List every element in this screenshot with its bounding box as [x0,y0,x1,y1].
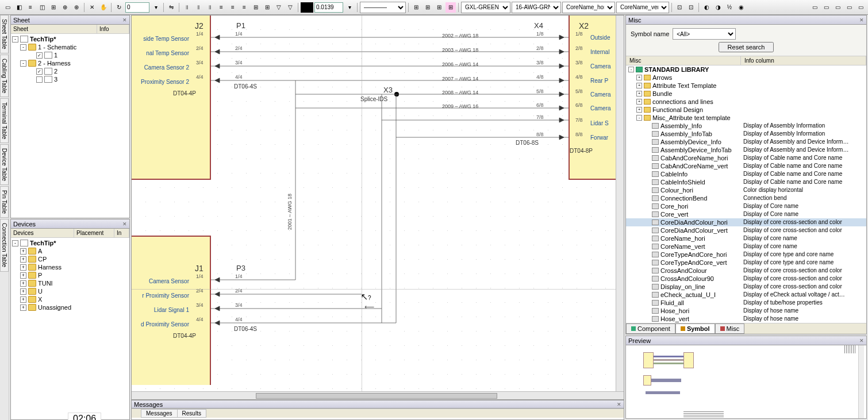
misc-row[interactable]: +Arrows [626,74,866,82]
toolbar-icon[interactable]: ◧ [14,2,24,13]
scrollbar-thumb[interactable] [256,393,497,399]
wiretype-combo[interactable]: GXL-GREEN [461,2,510,13]
tab-component[interactable]: Component [626,323,675,334]
attr-h-combo[interactable]: CoreName_hori [562,2,615,13]
misc-row[interactable]: ConnectionBendConnection bend [626,194,866,202]
expand-icon[interactable]: + [20,248,26,255]
distribute-icon[interactable]: ⊞ [251,2,261,13]
misc-row[interactable]: Hose_vertDisplay of hose name [626,315,866,323]
rail-tab[interactable]: Sheet Table [0,15,9,53]
toolbar-icon[interactable]: ◑ [713,2,723,13]
horizontal-scrollbar[interactable] [132,391,624,399]
tree-item[interactable]: -1 - Schematic [20,43,128,51]
checkbox[interactable]: ✓ [36,52,43,59]
tree-item[interactable]: +U [20,287,128,295]
tab-symbol[interactable]: Symbol [675,323,715,334]
misc-row[interactable]: Display_on_lineDisplay of core cross-sec… [626,283,866,291]
tab-misc[interactable]: Misc [715,323,745,334]
expand-icon[interactable]: + [20,272,26,279]
misc-row[interactable]: Core_horiDisplay of Core name [626,202,866,210]
col-header[interactable]: Sheet [11,25,97,33]
toolbar-icon[interactable]: ≡ [25,2,36,13]
misc-row[interactable]: Assembly_InfoTabDisplay of Assembly Info… [626,130,866,138]
misc-row[interactable]: -STANDARD LIBRARY [626,65,866,74]
close-icon[interactable]: ✕ [122,221,127,227]
close-icon[interactable]: ✕ [122,17,127,23]
expand-icon[interactable]: + [20,280,26,287]
tree-item[interactable]: +TUNI [20,279,128,287]
misc-row[interactable]: Core_vertDisplay of Core name [626,210,866,218]
tree-item[interactable]: +CP [20,255,128,263]
col-header[interactable]: Info column [741,56,866,65]
close-icon[interactable]: ✕ [859,17,864,23]
toolbar-icon[interactable]: ⊞ [48,2,59,13]
expand-icon[interactable]: - [12,240,18,246]
toolbar-icon[interactable]: ✋ [98,2,109,13]
misc-row[interactable]: CoreDiaAndColour_vertDisplay of core cro… [626,226,866,234]
rail-tab[interactable]: Cabling Table [0,55,9,97]
expand-icon[interactable]: + [20,264,26,271]
rail-tab[interactable]: Terminal Table [0,98,9,143]
toolbar-icon[interactable]: ▭ [809,2,820,13]
misc-row[interactable]: CabAndCoreName_vertDisplay of Cable name… [626,162,866,170]
distribute-icon[interactable]: ⊞ [262,2,272,13]
linestyle-combo[interactable]: ———— [360,2,406,13]
toolbar-icon[interactable]: ▭ [832,2,843,13]
expand-icon[interactable]: + [636,83,642,88]
misc-row[interactable]: -Misc_Attribute text template [626,114,866,122]
misc-row[interactable]: +Functional Design [626,106,866,114]
expand-icon[interactable]: + [636,91,642,97]
rail-tab[interactable]: Pin Table [0,186,9,218]
misc-row[interactable]: eCheck_actual_U_IDisplay of eCheck actua… [626,291,866,299]
close-icon[interactable]: ✕ [859,338,864,344]
expand-icon[interactable]: - [20,60,26,67]
toolbar-icon[interactable]: ✕ [87,2,97,13]
checkbox[interactable] [36,76,43,83]
gauge-combo[interactable]: 16-AWG-GRN [512,2,561,13]
misc-row[interactable]: CableInfoShieldDisplay of Cable name and… [626,178,866,186]
misc-row[interactable]: CableInfoDisplay of Cable name and Core … [626,170,866,178]
rail-tab[interactable]: Connection Table [0,219,9,271]
misc-list[interactable]: -STANDARD LIBRARY+Arrows+Attribute Text … [626,65,866,323]
schematic-canvas[interactable]: J2 side Temp Sensor nal Temp Sensor Came… [131,15,624,400]
col-header[interactable]: Misc [626,56,741,65]
align-icon[interactable]: ⫴ [205,2,215,13]
toolbar-icon[interactable]: ⊞ [423,2,433,13]
col-header[interactable]: Info [97,25,129,33]
misc-row[interactable]: CrossAndColourDisplay of core cross-sect… [626,267,866,275]
tree-item[interactable]: +Unassigned [20,303,128,311]
tree-item[interactable]: ✓2 [28,67,128,75]
filter-icon[interactable]: ▽ [285,2,295,13]
misc-row[interactable]: Fluid_allDisplay of tube/hose properties [626,299,866,307]
misc-row[interactable]: +Bundle [626,90,866,98]
toolbar-icon[interactable]: ◉ [736,2,746,13]
expand-icon[interactable]: + [636,75,642,80]
toolbar-icon-active[interactable]: ⊞ [445,2,456,13]
toolbar-icon[interactable]: ⊕ [60,2,70,13]
dropdown-icon[interactable]: ▾ [344,2,355,13]
toolbar-icon[interactable]: ⊡ [686,2,696,13]
misc-row[interactable]: CoreName_horiDisplay of core name [626,234,866,242]
expand-icon[interactable]: - [12,36,18,43]
expand-icon[interactable]: + [20,256,26,263]
toolbar-icon[interactable]: ⊞ [411,2,421,13]
vertical-scrollbar[interactable] [616,16,624,391]
misc-row[interactable]: CoreTypeAndCore_vertDisplay of core type… [626,259,866,267]
misc-row[interactable]: AssemblyDevice_InfoDisplay of Assembly a… [626,138,866,146]
misc-row[interactable]: CrossAndColour90Display of core cross-se… [626,275,866,283]
toolbar-icon[interactable]: ½ [724,2,735,13]
toolbar-icon[interactable]: ⊡ [674,2,685,13]
misc-row[interactable]: Assembly_InfoDisplay of Assembly Informa… [626,122,866,130]
tree-item[interactable]: +Harness [20,263,128,271]
expand-icon[interactable]: - [20,44,26,51]
tree-item[interactable]: +P [20,271,128,279]
toolbar-icon[interactable]: ◫ [37,2,47,13]
align-icon[interactable]: ≡ [239,2,249,13]
tree-item[interactable]: ✓1 [28,51,128,59]
tree-item[interactable]: -TechTip* [12,239,128,247]
misc-row[interactable]: CoreDiaAndColour_horiDisplay of core cro… [626,218,866,226]
toolbar-icon[interactable]: ⊕ [71,2,82,13]
attr-v-combo[interactable]: CoreName_vert [616,2,669,13]
align-icon[interactable]: ⫴ [182,2,192,13]
misc-row[interactable]: CabAndCoreName_horiDisplay of Cable name… [626,154,866,162]
